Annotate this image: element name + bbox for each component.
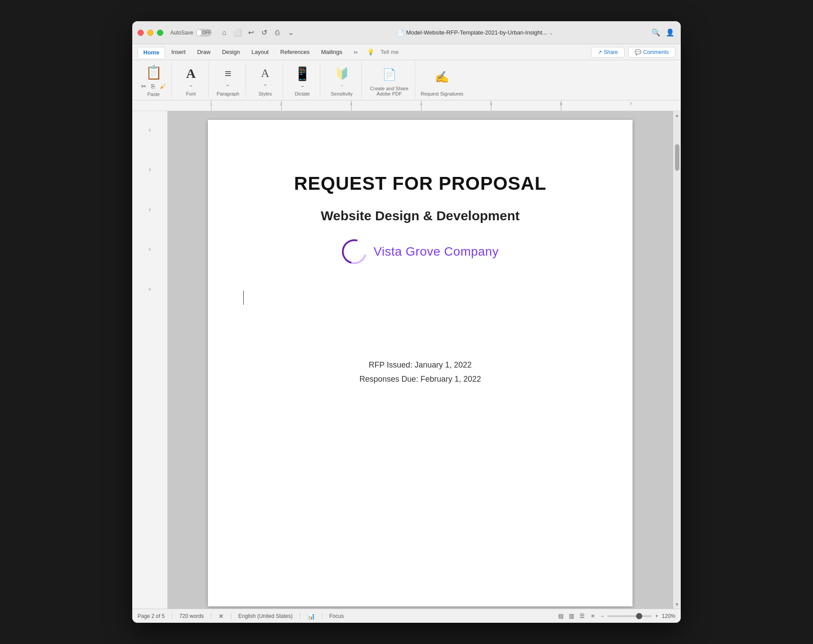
share-icon: ↗ <box>598 49 602 55</box>
doc-area: 2 3 4 5 6 REQUEST FOR PROPOSAL Website D… <box>132 111 681 609</box>
paragraph-button[interactable]: ≡ ⌄ <box>223 66 233 88</box>
paste-group: 📋 ✂ ⎘ 🖌 Paste <box>136 62 172 98</box>
autosave-label: AutoSave <box>170 30 193 36</box>
paste-icons: 📋 ✂ ⎘ 🖌 <box>139 64 168 91</box>
tab-insert[interactable]: Insert <box>166 47 191 57</box>
outline-icon[interactable]: ☰ <box>578 612 587 621</box>
paragraph-label: Paragraph <box>217 91 239 96</box>
spelling-check-icon[interactable]: ✕ <box>219 613 224 620</box>
styles-icons: A ⌄ <box>259 64 271 90</box>
redo-icon[interactable]: ↺ <box>259 27 269 38</box>
tab-design[interactable]: Design <box>217 47 245 57</box>
share-button[interactable]: ↗ Share <box>591 47 625 58</box>
ruler-mark-5: 5 <box>490 102 492 106</box>
sensitivity-icons: 🔰 ⌄ <box>333 64 351 90</box>
print-icon[interactable]: ⎙ <box>272 27 283 38</box>
request-sig-label: Request Signatures <box>421 91 464 96</box>
page-main-title: REQUEST FOR PROPOSAL <box>294 173 547 194</box>
ruler: 1 2 3 4 5 6 7 <box>132 100 681 111</box>
rfp-issued: RFP Issued: January 1, 2022 <box>359 358 481 372</box>
status-divider-4 <box>300 613 300 619</box>
zoom-minus[interactable]: − <box>601 613 604 619</box>
paste-label: Paste <box>147 92 160 97</box>
minimize-button[interactable] <box>147 30 153 36</box>
rfp-info: RFP Issued: January 1, 2022 Responses Du… <box>359 358 481 387</box>
home-icon[interactable]: ⌂ <box>219 27 230 38</box>
ribbon-content: 📋 ✂ ⎘ 🖌 Paste A ⌄ <box>132 60 681 100</box>
dictate-group: 📱 ⌄ Dictate <box>285 62 320 98</box>
traffic-lights <box>138 30 163 36</box>
ruler-mark-4: 4 <box>420 102 422 106</box>
dictate-icons: 📱 ⌄ <box>292 64 312 90</box>
styles-label: Styles <box>259 91 272 96</box>
font-group: A ⌄ Font <box>173 62 209 98</box>
title-center: 📄 Model-Website-RFP-Template-2021-by-Urb… <box>303 29 647 36</box>
styles-group: A ⌄ Styles <box>248 62 283 98</box>
create-pdf-button[interactable]: 📄 <box>380 67 398 82</box>
search-icon[interactable]: 🔍 <box>651 27 661 38</box>
ruler-mark-7: 7 <box>630 102 632 106</box>
close-button[interactable] <box>138 30 144 36</box>
text-cursor <box>243 291 244 305</box>
app-window: AutoSave OFF ⌂ ⬜ ↩ ↺ ⎙ ⌄ 📄 Model-Website… <box>132 21 681 623</box>
page-subtitle: Website Design & Development <box>321 208 520 223</box>
scroll-thumb[interactable] <box>675 144 679 171</box>
comments-button[interactable]: 💬 Comments <box>628 47 675 58</box>
autosave-state: OFF <box>202 30 211 35</box>
zoom-thumb <box>636 613 642 619</box>
sensitivity-label: Sensitivity <box>331 91 353 96</box>
ruler-mark-1: 1 <box>210 102 212 106</box>
tab-mailings[interactable]: Mailings <box>316 47 348 57</box>
tab-more[interactable]: ›› <box>349 47 363 57</box>
draft-icon[interactable]: ≡ <box>588 612 597 621</box>
vertical-scrollbar[interactable]: ▲ ▼ <box>673 111 681 609</box>
document-page[interactable]: REQUEST FOR PROPOSAL Website Design & De… <box>208 120 633 606</box>
sensitivity-button[interactable]: 🔰 ⌄ <box>333 66 351 88</box>
language: English (United States) <box>238 613 293 619</box>
toggle-knob <box>197 30 201 36</box>
ribbon-tabs: Home Insert Draw Design Layout Reference… <box>132 44 681 60</box>
ribbon: Home Insert Draw Design Layout Reference… <box>132 44 681 100</box>
font-button[interactable]: A ⌄ <box>184 65 198 89</box>
document-title: Model-Website-RFP-Template-2021-by-Urban… <box>406 29 547 36</box>
dictate-button[interactable]: 📱 ⌄ <box>292 65 312 89</box>
accessibility-icon[interactable]: 📊 <box>307 613 315 620</box>
tab-layout[interactable]: Layout <box>246 47 274 57</box>
save-icon[interactable]: ⬜ <box>232 27 243 38</box>
create-pdf-group: 📄 Create and Share Adobe PDF <box>364 62 415 98</box>
copy-icon[interactable]: ⎘ <box>150 82 157 91</box>
autosave-area: AutoSave OFF <box>170 29 212 37</box>
cut-icon[interactable]: ✂ <box>139 82 148 91</box>
zoom-slider[interactable] <box>607 615 652 617</box>
paste-button[interactable]: 📋 <box>139 64 168 81</box>
user-icon[interactable]: 👤 <box>665 27 675 38</box>
undo-icon[interactable]: ↩ <box>245 27 256 38</box>
dictate-label: Dictate <box>295 91 310 96</box>
zoom-plus[interactable]: + <box>655 613 658 619</box>
status-divider-5 <box>322 613 322 619</box>
font-label: Font <box>186 91 196 96</box>
format-painter-icon[interactable]: 🖌 <box>158 82 168 91</box>
toolbar-icons: ⌂ ⬜ ↩ ↺ ⎙ ⌄ <box>219 27 296 38</box>
create-pdf-icons: 📄 <box>380 64 398 85</box>
company-logo-circle <box>337 235 371 268</box>
web-layout-icon[interactable]: ▥ <box>567 612 576 621</box>
font-icons: A ⌄ <box>184 64 198 90</box>
tab-draw[interactable]: Draw <box>192 47 216 57</box>
tell-me-input[interactable]: Tell me <box>375 47 404 57</box>
autosave-toggle[interactable]: OFF <box>196 29 212 37</box>
tab-home[interactable]: Home <box>138 47 165 58</box>
ruler-numbers: 1 2 3 4 5 6 7 <box>171 100 671 111</box>
more-icon[interactable]: ⌄ <box>285 27 296 38</box>
print-layout-icon[interactable]: ▤ <box>556 612 565 621</box>
request-sig-button[interactable]: ✍ <box>433 69 451 85</box>
view-icons: ▤ ▥ ☰ ≡ <box>556 612 597 621</box>
fullscreen-button[interactable] <box>157 30 163 36</box>
focus-label[interactable]: Focus <box>330 613 344 619</box>
tab-references[interactable]: References <box>275 47 315 57</box>
ruler-mark-2: 2 <box>280 102 282 106</box>
zoom-level: 120% <box>662 613 675 619</box>
styles-button[interactable]: A ⌄ <box>259 66 271 88</box>
doc-scroll-area[interactable]: REQUEST FOR PROPOSAL Website Design & De… <box>168 111 673 609</box>
zoom-area: ▤ ▥ ☰ ≡ − + 120% <box>556 612 675 621</box>
